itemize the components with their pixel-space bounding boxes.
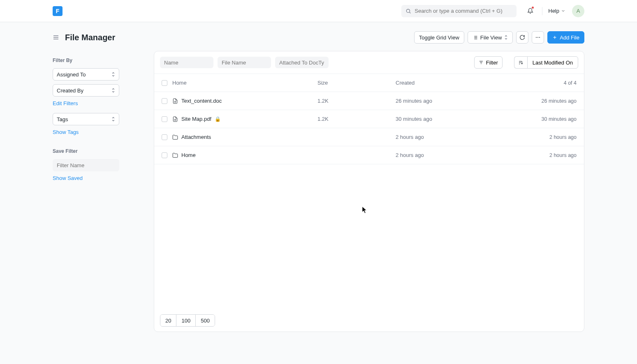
filter-filename-chip[interactable] xyxy=(218,57,271,68)
updown-icon xyxy=(111,117,115,122)
file-modified: 30 minutes ago xyxy=(523,116,577,122)
svg-point-11 xyxy=(536,37,537,38)
file-size: 1.2K xyxy=(317,116,396,122)
tags-label: Tags xyxy=(57,116,68,122)
chevron-down-icon xyxy=(561,9,565,13)
card-footer: 20100500 xyxy=(154,309,584,332)
row-checkbox[interactable] xyxy=(162,98,167,104)
table-row[interactable]: Attachments2 hours ago2 hours ago xyxy=(154,128,584,146)
file-modified: 2 hours ago xyxy=(523,134,577,140)
svg-line-1 xyxy=(410,12,411,13)
filter-by-heading: Filter By xyxy=(53,58,137,63)
lock-icon: 🔒 xyxy=(215,116,221,122)
toggle-grid-view-button[interactable]: Toggle Grid View xyxy=(414,31,464,44)
table-row[interactable]: Text_content.doc1.2K26 minutes ago26 min… xyxy=(154,92,584,110)
page-size-group: 20100500 xyxy=(160,314,215,327)
help-label: Help xyxy=(548,8,559,14)
svg-point-12 xyxy=(537,37,538,38)
global-search[interactable] xyxy=(401,5,517,17)
col-header-size: Size xyxy=(317,80,396,86)
avatar-letter: A xyxy=(577,8,580,14)
select-all-checkbox[interactable] xyxy=(162,80,167,86)
row-checkbox[interactable] xyxy=(162,134,167,140)
page-size-option[interactable]: 20 xyxy=(160,315,176,326)
svg-point-0 xyxy=(407,9,410,12)
page-size-option[interactable]: 500 xyxy=(196,315,215,326)
file-size: 1.2K xyxy=(317,98,396,104)
sort-field-label: Last Modified On xyxy=(533,60,573,66)
plus-icon xyxy=(552,35,557,40)
file-view-label: File View xyxy=(480,35,502,41)
save-filter-heading: Save Filter xyxy=(53,148,137,154)
user-avatar[interactable]: A xyxy=(572,5,584,17)
file-created: 2 hours ago xyxy=(396,134,523,140)
sort-icon xyxy=(518,60,523,65)
file-list-card: Filter Last Modified On xyxy=(154,51,584,332)
tags-select[interactable]: Tags xyxy=(53,113,119,125)
file-created: 30 minutes ago xyxy=(396,116,523,122)
app-logo[interactable]: F xyxy=(53,6,63,16)
refresh-button[interactable] xyxy=(516,31,528,44)
row-checkbox[interactable] xyxy=(162,116,167,122)
page-area: File Manager Toggle Grid View File View xyxy=(0,22,637,364)
add-file-label: Add File xyxy=(560,35,579,41)
file-modified: 26 minutes ago xyxy=(523,98,577,104)
sort-field-button[interactable]: Last Modified On xyxy=(527,56,578,69)
add-file-button[interactable]: Add File xyxy=(547,31,584,44)
file-created: 2 hours ago xyxy=(396,152,523,158)
page-size-option[interactable]: 100 xyxy=(176,315,196,326)
table-row[interactable]: Site Map.pdf🔒1.2K30 minutes ago30 minute… xyxy=(154,110,584,128)
filter-sidebar: Filter By Assigned To Created By Edit Fi… xyxy=(53,51,137,332)
filter-name-input-wrap[interactable] xyxy=(53,159,119,171)
app-logo-letter: F xyxy=(56,8,60,14)
svg-point-13 xyxy=(539,37,540,38)
row-checkbox[interactable] xyxy=(162,152,167,158)
table-body: Text_content.doc1.2K26 minutes ago26 min… xyxy=(154,92,584,309)
file-name: Text_content.doc xyxy=(181,98,222,104)
file-icon xyxy=(172,116,178,122)
file-name: Attachments xyxy=(181,134,211,140)
search-icon xyxy=(405,8,411,14)
filter-btn-label: Filter xyxy=(486,60,498,66)
toggle-grid-view-label: Toggle Grid View xyxy=(419,35,459,41)
assigned-to-label: Assigned To xyxy=(57,71,86,78)
sidebar-toggle-icon[interactable] xyxy=(53,34,59,41)
list-icon xyxy=(473,35,478,40)
created-by-label: Created By xyxy=(57,88,83,94)
notification-dot xyxy=(532,7,534,9)
filter-doctype-chip[interactable] xyxy=(275,57,329,68)
help-dropdown[interactable]: Help xyxy=(548,8,565,14)
assigned-to-select[interactable]: Assigned To xyxy=(53,68,119,81)
page-title: File Manager xyxy=(65,33,115,42)
show-saved-link[interactable]: Show Saved xyxy=(53,175,137,181)
page-header: File Manager Toggle Grid View File View xyxy=(53,22,584,51)
table-header-row: Home Size Created 4 of 4 xyxy=(154,74,584,92)
refresh-icon xyxy=(519,35,525,40)
updown-icon xyxy=(111,88,115,93)
show-tags-link[interactable]: Show Tags xyxy=(53,129,137,135)
file-created: 26 minutes ago xyxy=(396,98,523,104)
file-name: Site Map.pdf xyxy=(181,116,211,122)
col-header-home[interactable]: Home xyxy=(172,80,317,86)
file-name: Home xyxy=(181,152,196,158)
folder-icon xyxy=(172,134,178,140)
filter-name-input[interactable] xyxy=(57,162,115,168)
sort-direction-button[interactable] xyxy=(514,56,527,69)
filter-name-chip[interactable] xyxy=(160,57,213,68)
table-row[interactable]: Home2 hours ago2 hours ago xyxy=(154,146,584,164)
updown-icon xyxy=(111,72,115,77)
top-navbar: F Help A xyxy=(0,0,637,22)
updown-icon xyxy=(504,35,508,40)
column-filter-row: Filter Last Modified On xyxy=(154,51,584,74)
file-view-dropdown[interactable]: File View xyxy=(468,31,513,44)
nav-divider xyxy=(542,7,542,15)
folder-icon xyxy=(172,152,178,158)
global-search-input[interactable] xyxy=(415,8,512,14)
file-modified: 2 hours ago xyxy=(523,152,577,158)
filter-button[interactable]: Filter xyxy=(474,56,503,69)
col-header-created: Created xyxy=(396,80,523,86)
more-menu-button[interactable] xyxy=(532,31,544,44)
edit-filters-link[interactable]: Edit Filters xyxy=(53,100,137,106)
notifications-button[interactable] xyxy=(524,5,536,17)
created-by-select[interactable]: Created By xyxy=(53,84,119,97)
